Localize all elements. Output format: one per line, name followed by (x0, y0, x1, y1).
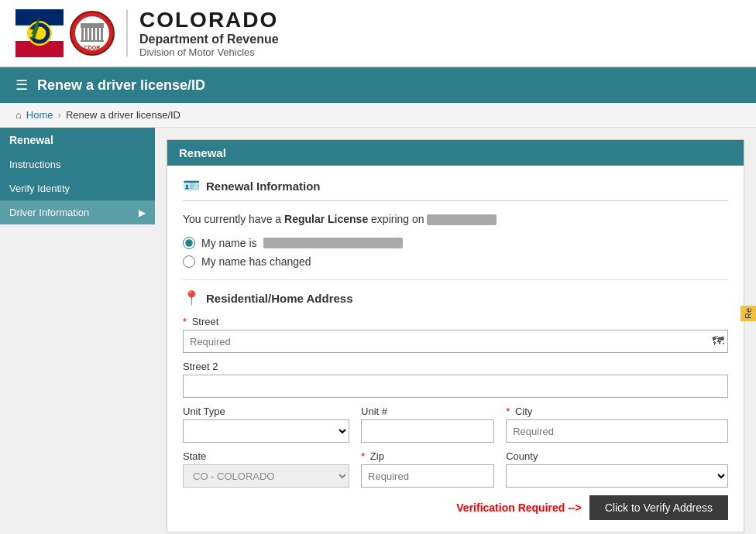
state-zip-county-row: State CO - COLORADO * Zip (183, 450, 728, 488)
trees-logo (15, 9, 64, 57)
street-input-wrapper: 🗺 (183, 330, 728, 353)
radio-name-is: My name is (183, 237, 728, 249)
header-text: COLORADO Department of Revenue Division … (139, 8, 279, 58)
main-layout: Renewal Instructions Verify Identity Dri… (0, 128, 756, 534)
page-title: Renew a driver license/ID (37, 77, 205, 94)
renewal-section-title: 🪪 Renewal Information (183, 177, 728, 201)
street-group: * Street 🗺 (183, 316, 728, 353)
card-header: Renewal (167, 140, 744, 166)
radio-name-changed: My name has changed (183, 255, 728, 268)
radio-name-changed-input[interactable] (183, 255, 195, 268)
map-marker-icon: 🗺 (712, 334, 724, 348)
street-required-star: * (183, 316, 187, 327)
street2-input[interactable] (183, 375, 728, 398)
home-link[interactable]: Home (26, 109, 53, 121)
address-section: 📍 Residential/Home Address * Street (183, 279, 728, 520)
svg-rect-13 (81, 40, 104, 42)
sidebar-item-driver-information[interactable]: Driver Information ▶ (0, 200, 155, 224)
svg-rect-19 (101, 28, 103, 40)
unit-type-select[interactable] (183, 419, 349, 443)
street2-group: Street 2 (183, 361, 728, 398)
zip-required-star: * (361, 450, 365, 462)
breadcrumb: ⌂ Home › Renew a driver license/ID (0, 103, 756, 128)
license-type: Regular License (284, 213, 368, 225)
unit-type-label: Unit Type (183, 406, 349, 417)
unit-type-group: Unit Type (183, 406, 349, 443)
state-select[interactable]: CO - COLORADO (183, 464, 349, 488)
unit-city-row: Unit Type Unit # (183, 406, 728, 443)
street2-label: Street 2 (183, 361, 728, 372)
breadcrumb-separator: › (58, 109, 61, 121)
svg-text:CDOR: CDOR (84, 45, 101, 50)
sidebar-item-instructions[interactable]: Instructions (0, 152, 155, 176)
verify-row: Verification Required --> Click to Verif… (183, 495, 728, 520)
city-input[interactable] (506, 419, 728, 443)
state-name: COLORADO (139, 8, 279, 33)
name-redacted (263, 238, 403, 248)
svg-rect-17 (93, 28, 95, 40)
zip-label: * Zip (361, 450, 494, 462)
sidebar-item-verify-identity[interactable]: Verify Identity (0, 176, 155, 200)
street-input[interactable] (183, 330, 728, 353)
location-icon: 📍 (183, 289, 200, 306)
content-card: Renewal 🪪 Renewal Information You curren… (167, 139, 744, 532)
svg-rect-16 (89, 28, 91, 40)
side-tooltip: Re (741, 306, 756, 321)
svg-rect-20 (81, 23, 104, 26)
name-radio-group: My name is My name has changed (183, 237, 728, 268)
sidebar: Renewal Instructions Verify Identity Dri… (0, 128, 155, 534)
svg-rect-15 (85, 28, 88, 40)
hamburger-icon[interactable]: ☰ (15, 77, 28, 94)
unit-num-group: Unit # (361, 406, 494, 443)
state-group: State CO - COLORADO (183, 450, 349, 488)
logo-area: CDOR (15, 9, 115, 57)
unit-num-label: Unit # (361, 406, 494, 417)
state-label: State (183, 450, 349, 462)
verify-required-text: Verification Required --> (456, 501, 581, 514)
verify-address-button[interactable]: Click to Verify Address (589, 495, 728, 520)
expiry-date-redacted (427, 214, 497, 225)
svg-rect-12 (81, 26, 104, 28)
license-info: You currently have a Regular License exp… (183, 213, 728, 225)
logo-divider (126, 10, 128, 56)
city-label: * City (506, 406, 728, 417)
cdor-seal-logo: CDOR (70, 11, 115, 56)
renewal-info-section: 🪪 Renewal Information You currently have… (167, 166, 744, 532)
sidebar-header: Renewal (0, 128, 155, 152)
svg-rect-14 (81, 28, 84, 40)
unit-num-input[interactable] (361, 419, 494, 443)
zip-group: * Zip (361, 450, 494, 488)
county-label: County (506, 450, 728, 462)
zip-input[interactable] (361, 464, 494, 488)
id-card-icon: 🪪 (183, 177, 200, 194)
site-header: CDOR COLORADO Department of Revenue Divi… (0, 0, 756, 67)
street-row: * Street 🗺 (183, 316, 728, 353)
home-icon: ⌂ (15, 109, 22, 121)
radio-name-is-input[interactable] (183, 237, 195, 249)
sidebar-arrow-icon: ▶ (139, 207, 146, 218)
street-label: * Street (183, 316, 728, 327)
main-content: Renewal 🪪 Renewal Information You curren… (155, 128, 756, 534)
city-group: * City (506, 406, 728, 443)
svg-rect-18 (97, 28, 99, 40)
county-select[interactable] (506, 464, 728, 488)
street2-row: Street 2 (183, 361, 728, 398)
address-title: 📍 Residential/Home Address (183, 289, 728, 306)
nav-bar: ☰ Renew a driver license/ID (0, 67, 756, 103)
division-name: Division of Motor Vehicles (139, 46, 279, 58)
county-group: County (506, 450, 728, 488)
dept-name: Department of Revenue (139, 33, 279, 46)
breadcrumb-current: Renew a driver license/ID (66, 109, 180, 121)
city-required-star: * (506, 406, 510, 417)
